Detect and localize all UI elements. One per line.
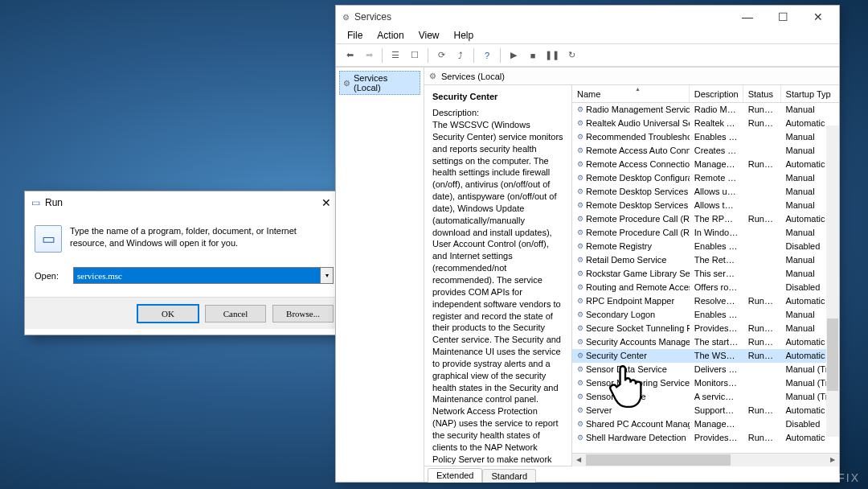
table-row[interactable]: ⚙Retail Demo ServiceThe Retail D...Manua…	[572, 253, 839, 267]
service-name: Remote Procedure Call (RPC)	[586, 214, 690, 224]
gear-icon: ⚙	[577, 392, 583, 401]
gear-icon: ⚙	[577, 256, 583, 264]
service-list[interactable]: ⚙Radio Management ServiceRadio Mana...Ru…	[572, 103, 839, 453]
services-title: Services	[354, 11, 391, 23]
gear-icon: ⚙	[577, 406, 583, 414]
run-titlebar[interactable]: ▭ Run ✕	[25, 191, 343, 214]
tab-extended[interactable]: Extended	[428, 468, 482, 483]
table-row[interactable]: ⚙Security CenterThe WSCSV...RunningAutom…	[572, 349, 839, 363]
service-desc: Creates a co...	[690, 145, 743, 156]
gear-icon: ⚙	[429, 72, 436, 80]
col-startup[interactable]: Startup Typ	[781, 85, 839, 102]
help-icon[interactable]: ?	[478, 47, 496, 64]
vertical-scrollbar[interactable]	[826, 125, 839, 437]
gear-icon: ⚙	[577, 338, 583, 346]
table-row[interactable]: ⚙Remote Access Auto Conne...Creates a co…	[572, 144, 839, 158]
sort-asc-icon: ▲	[635, 86, 641, 92]
table-row[interactable]: ⚙Radio Management ServiceRadio Mana...Ru…	[572, 103, 839, 117]
service-status: Running	[743, 295, 781, 306]
scroll-left-icon[interactable]: ◀	[572, 454, 585, 466]
table-row[interactable]: ⚙Remote RegistryEnables rem...Disabled	[572, 240, 839, 253]
pause-icon[interactable]: ❚❚	[543, 47, 561, 64]
service-desc: Enables aut...	[690, 131, 743, 142]
table-row[interactable]: ⚙Shell Hardware DetectionProvides no...R…	[572, 431, 839, 445]
refresh-icon[interactable]: ⟳	[432, 47, 450, 64]
service-status: Running	[743, 323, 781, 334]
properties-icon[interactable]: ☐	[406, 47, 424, 64]
gear-icon: ⚙	[577, 215, 583, 223]
scroll-right-icon[interactable]: ▶	[826, 454, 839, 466]
maximize-icon[interactable]: ☐	[765, 6, 800, 27]
description-text: The WSCSVC (Windows Security Center) ser…	[432, 119, 563, 466]
table-row[interactable]: ⚙ServerSupports fil...RunningAutomatic	[572, 404, 839, 417]
table-row[interactable]: ⚙Remote Desktop ServicesAllows user...Ma…	[572, 185, 839, 199]
table-row[interactable]: ⚙Remote Desktop Services U...Allows the …	[572, 199, 839, 212]
table-row[interactable]: ⚙Remote Desktop Configurat...Remote Des.…	[572, 171, 839, 185]
play-icon[interactable]: ▶	[505, 47, 522, 64]
service-status	[743, 382, 781, 384]
table-row[interactable]: ⚙Recommended Troublesho...Enables aut...…	[572, 130, 839, 144]
service-status	[743, 286, 781, 288]
service-name: RPC Endpoint Mapper	[586, 296, 674, 306]
gear-icon: ⚙	[343, 79, 350, 88]
browse-button[interactable]: Browse...	[272, 305, 334, 323]
list-header: ⚙ Services (Local)	[424, 68, 839, 85]
back-icon[interactable]: ⬅	[341, 47, 358, 64]
table-row[interactable]: ⚙Sensor Data ServiceDelivers dat...Manua…	[572, 363, 839, 376]
gear-icon: ⚙	[577, 351, 583, 360]
scrollbar-thumb[interactable]	[827, 318, 838, 391]
ok-button[interactable]: OK	[137, 305, 199, 323]
table-row[interactable]: ⚙Sensor ServiceA service fo...Manual (Tr…	[572, 390, 839, 404]
forward-icon[interactable]: ➡	[360, 47, 378, 64]
table-row[interactable]: ⚙Realtek Audio Universal Ser...Realtek A…	[572, 117, 839, 130]
detail-pane: Security Center Description: The WSCSVC …	[424, 85, 572, 466]
minimize-icon[interactable]: —	[730, 6, 765, 27]
open-input[interactable]	[74, 268, 320, 283]
table-row[interactable]: ⚙Shared PC Account ManagerManages pr...D…	[572, 417, 839, 431]
service-name: Remote Access Auto Conne...	[586, 146, 690, 155]
table-row[interactable]: ⚙Remote Access Connection...Manages di..…	[572, 158, 839, 171]
table-row[interactable]: ⚙Secondary LogonEnables star...Manual	[572, 308, 839, 322]
service-status	[743, 232, 781, 233]
table-row[interactable]: ⚙Routing and Remote AccessOffers routi..…	[572, 281, 839, 294]
table-row[interactable]: ⚙Remote Procedure Call (RP...In Windows.…	[572, 226, 839, 240]
export-icon[interactable]: ⤴	[452, 47, 469, 64]
service-name: Sensor Data Service	[586, 364, 667, 374]
tree-services-local[interactable]: ⚙ Services (Local)	[339, 71, 420, 95]
service-status	[743, 245, 781, 247]
scrollbar-thumb[interactable]	[586, 454, 731, 466]
service-status	[743, 177, 781, 179]
stop-icon[interactable]: ■	[524, 47, 542, 64]
table-row[interactable]: ⚙Sensor Monitoring ServiceMonitors va...…	[572, 376, 839, 390]
menu-help[interactable]: Help	[448, 28, 481, 43]
table-row[interactable]: ⚙Secure Socket Tunneling Pr...Provides s…	[572, 322, 839, 335]
table-row[interactable]: ⚙RPC Endpoint MapperResolves RP...Runnin…	[572, 294, 839, 308]
col-status[interactable]: Status	[743, 85, 781, 102]
table-row[interactable]: ⚙Security Accounts ManagerThe startup ..…	[572, 335, 839, 349]
horizontal-scrollbar[interactable]: ◀ ▶	[572, 453, 839, 466]
gear-icon: ⚙	[577, 146, 583, 154]
table-row[interactable]: ⚙Remote Procedure Call (RPC)The RPCSS s.…	[572, 212, 839, 226]
service-desc: Realtek Aud...	[690, 117, 743, 129]
show-hide-icon[interactable]: ☰	[387, 47, 404, 64]
menu-view[interactable]: View	[412, 28, 446, 43]
service-status: Running	[743, 213, 781, 224]
col-name[interactable]: Name	[572, 85, 690, 102]
gear-icon: ⚙	[577, 324, 583, 332]
menu-file[interactable]: File	[341, 28, 369, 43]
service-status	[743, 136, 781, 138]
gear-icon: ⚙	[577, 283, 583, 291]
menu-action[interactable]: Action	[371, 28, 410, 43]
service-desc: Provides su...	[690, 323, 743, 334]
col-desc[interactable]: Description	[690, 85, 743, 102]
open-combobox[interactable]: ▾	[73, 267, 334, 284]
chevron-down-icon[interactable]: ▾	[320, 268, 333, 283]
service-desc: The startup ...	[690, 336, 743, 347]
tab-standard[interactable]: Standard	[482, 469, 536, 483]
service-status: Running	[743, 117, 781, 129]
restart-icon[interactable]: ↻	[563, 47, 580, 64]
cancel-button[interactable]: Cancel	[205, 305, 266, 323]
services-titlebar[interactable]: ⚙ Services — ☐ ✕	[336, 6, 839, 28]
table-row[interactable]: ⚙Rockstar Game Library Servi...This serv…	[572, 267, 839, 281]
close-icon[interactable]: ✕	[800, 6, 836, 27]
